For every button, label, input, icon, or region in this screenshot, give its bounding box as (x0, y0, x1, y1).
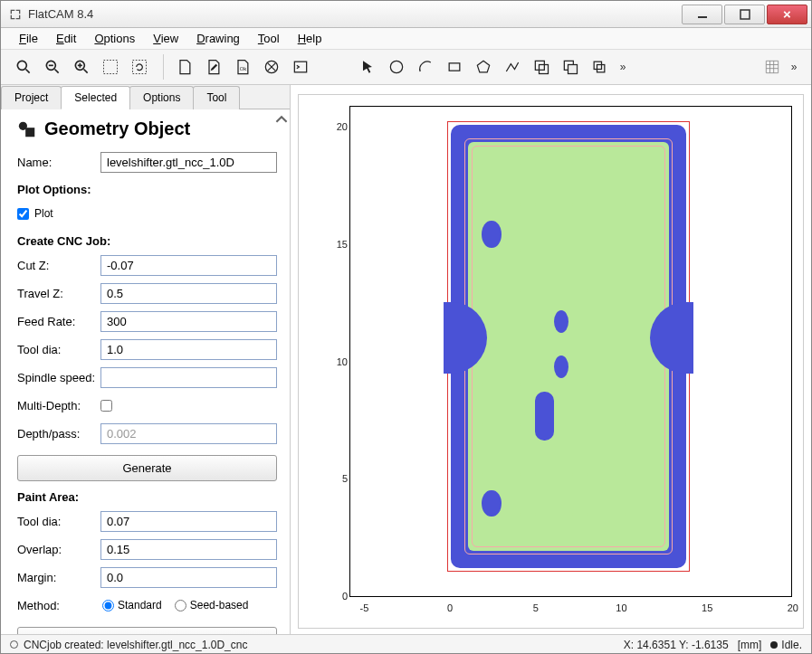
zoom-fit-icon[interactable] (10, 53, 37, 81)
draw-rect-icon[interactable] (441, 53, 468, 81)
update-geometry-icon[interactable]: Ok (229, 53, 256, 81)
svg-point-18 (390, 61, 402, 72)
tooldia-label: Tool dia: (17, 343, 100, 356)
union-icon[interactable] (528, 53, 555, 81)
clear-plot-icon[interactable] (97, 53, 124, 81)
status-indicator-icon (10, 640, 18, 649)
draw-circle-icon[interactable] (383, 53, 410, 81)
travelz-input[interactable] (100, 283, 277, 304)
copy-icon[interactable] (586, 53, 613, 81)
spindle-input[interactable] (100, 367, 277, 388)
pcb-outline (447, 121, 690, 572)
zoom-out-icon[interactable] (39, 53, 66, 81)
y-tick: 15 (331, 239, 348, 250)
x-tick: 10 (616, 602, 626, 613)
menu-help[interactable]: Help (289, 29, 331, 48)
menubar: File Edit Options View Drawing Tool Help (1, 28, 811, 50)
cutz-input[interactable] (100, 255, 277, 276)
shell-icon[interactable] (287, 53, 314, 81)
svg-rect-0 (698, 16, 707, 18)
chevron-right-icon[interactable]: » (615, 53, 631, 81)
replot-icon[interactable] (126, 53, 153, 81)
depthpass-label: Depth/pass: (17, 427, 100, 441)
method-seed-radio[interactable] (175, 600, 186, 611)
status-coords: X: 14.6351 Y: -1.6135 (624, 639, 729, 651)
tab-selected[interactable]: Selected (61, 86, 130, 109)
svg-rect-19 (449, 63, 460, 71)
plot-area[interactable] (349, 106, 792, 597)
window-controls: × (680, 5, 807, 24)
chevron-right-icon[interactable]: » (786, 53, 802, 81)
draw-polygon-icon[interactable] (470, 53, 497, 81)
delete-icon[interactable] (258, 53, 285, 81)
tab-options[interactable]: Options (129, 86, 194, 109)
draw-path-icon[interactable] (499, 53, 526, 81)
x-tick: -5 (360, 602, 369, 613)
status-message: CNCjob created: levelshifter.gtl_ncc_1.0… (24, 639, 247, 651)
zoom-in-icon[interactable] (68, 53, 95, 81)
paint-tooldia-input[interactable] (100, 511, 277, 532)
svg-rect-12 (133, 61, 147, 74)
tab-project[interactable]: Project (1, 86, 62, 109)
menu-drawing[interactable]: Drawing (187, 29, 249, 48)
cutz-label: Cut Z: (17, 259, 100, 272)
multidepth-label: Multi-Depth: (17, 399, 100, 412)
maximize-button[interactable] (724, 5, 765, 24)
margin-label: Margin: (17, 571, 100, 584)
plot-checkbox[interactable] (17, 208, 29, 220)
status-units: [mm] (738, 639, 762, 651)
multidepth-checkbox[interactable] (100, 400, 112, 412)
depthpass-input[interactable] (100, 423, 277, 444)
name-input[interactable] (100, 152, 277, 173)
grid-icon[interactable] (759, 53, 786, 81)
svg-text:Ok: Ok (240, 66, 247, 71)
travelz-label: Travel Z: (17, 287, 100, 300)
object-form: Geometry Object Name: Plot Options: Plot… (1, 109, 290, 634)
new-geometry-icon[interactable] (171, 53, 198, 81)
cnc-section: Create CNC Job: (17, 234, 277, 248)
menu-edit[interactable]: Edit (47, 29, 85, 48)
menu-view[interactable]: View (144, 29, 187, 48)
x-tick: 5 (533, 602, 539, 613)
svg-line-3 (26, 70, 30, 73)
generate-paint-button[interactable]: Generate (17, 627, 277, 634)
method-label: Method: (17, 599, 100, 612)
margin-input[interactable] (100, 567, 277, 588)
x-tick: 20 (788, 602, 798, 613)
overlap-input[interactable] (100, 539, 277, 560)
tooldia-input[interactable] (100, 339, 277, 360)
generate-cnc-button[interactable]: Generate (17, 455, 277, 481)
form-heading: Geometry Object (17, 118, 277, 139)
plot-section: Plot Options: (17, 183, 277, 196)
svg-line-8 (84, 70, 88, 73)
svg-rect-24 (594, 62, 601, 69)
draw-arc-icon[interactable] (412, 53, 439, 81)
svg-rect-11 (104, 61, 118, 74)
y-tick: 20 (331, 121, 348, 132)
y-tick: 5 (331, 473, 348, 484)
svg-rect-27 (25, 128, 34, 137)
y-tick: 0 (331, 591, 348, 602)
menu-options[interactable]: Options (85, 29, 144, 48)
side-tabs: Project Selected Options Tool (1, 85, 290, 109)
plot-canvas[interactable]: 20 15 10 5 0 -5 0 5 10 15 20 (298, 94, 804, 629)
paint-tooldia-label: Tool dia: (17, 515, 100, 528)
svg-line-5 (55, 70, 59, 73)
method-standard-radio[interactable] (102, 600, 114, 611)
subtract-icon[interactable] (557, 53, 584, 81)
minimize-button[interactable] (682, 5, 722, 24)
close-button[interactable]: × (767, 5, 807, 24)
name-label: Name: (17, 156, 100, 169)
toolbar: Ok » » (1, 50, 811, 85)
tab-tool[interactable]: Tool (193, 86, 240, 109)
canvas-panel: 20 15 10 5 0 -5 0 5 10 15 20 (291, 85, 811, 634)
svg-rect-25 (597, 65, 605, 72)
menu-tool[interactable]: Tool (249, 29, 289, 48)
scroll-up-icon[interactable] (275, 113, 288, 126)
side-panel: Project Selected Options Tool Geometry O… (1, 85, 291, 634)
select-icon[interactable] (354, 53, 381, 81)
menu-file[interactable]: File (10, 29, 47, 48)
edit-geometry-icon[interactable] (200, 53, 227, 81)
geometry-icon (17, 119, 37, 139)
feed-input[interactable] (100, 311, 277, 332)
